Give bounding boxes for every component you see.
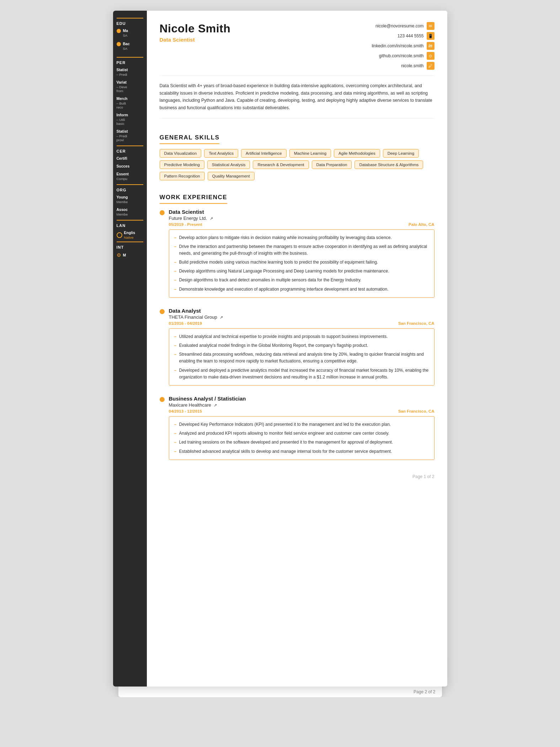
job-bullets-1: Develop action plans to mitigate risks i… [169,229,434,298]
skill-data-preparation: Data Preparation [312,160,352,169]
sidebar-lan-text: Englis Native [124,231,135,239]
header-name-block: Nicole Smith Data Scientist [160,22,231,43]
sidebar-org-item-1: Young Membe [117,195,143,204]
work-item-1: Data Scientist Future Energy Ltd. ↗ 05/2… [160,209,434,298]
email-text: nicole@novoresume.com [375,23,424,28]
bullet-2-1: Utilized analytical and technical expert… [174,332,429,341]
sidebar-edu-list: Ma SA Bac SA [117,28,143,55]
skill-pattern-recognition: Pattern Recognition [160,172,205,180]
sidebar-per-item-5: Statist – Prediprovi [117,129,143,142]
resume-page: EDU Ma SA Bac SA PER [113,11,447,687]
github-icon: ⊙ [427,52,434,60]
work-dot-3 [160,397,165,402]
company-link-2[interactable]: ↗ [220,315,223,319]
page-bg-label: Page 2 of 2 [414,689,435,694]
sidebar-lan-title: LAN [117,220,143,228]
skill-database-structure: Database Structure & Algorithms [354,160,423,169]
work-item-2: Data Analyst THETA Financial Group ↗ 01/… [160,308,434,386]
sidebar-lan-item-1: Englis Native [117,231,143,239]
sidebar: EDU Ma SA Bac SA PER [113,11,147,687]
contact-email: nicole@novoresume.com ✉ [375,22,434,30]
work-dot-2 [160,309,165,314]
phone-icon: 📱 [427,32,434,40]
language-icon [117,232,122,238]
page-number: Page 1 of 2 [160,471,434,479]
email-icon: ✉ [427,22,434,30]
edu-text-2: Bac SA [123,42,130,51]
skill-machine-learning: Machine Learning [289,149,331,158]
contact-linkedin[interactable]: linkedin.com/in/nicole.smith in [372,42,434,50]
contact-github[interactable]: github.com/nicole.smith ⊙ [379,52,434,60]
job-bullets-3: Developed Key Performance Indicators (KP… [169,416,434,460]
page-wrapper: Page 2 of 2 EDU Ma SA Bac SA [113,11,447,687]
sidebar-cer-item-2: Succes [117,164,143,168]
bullet-2-4: Developed and deployed a predictive anal… [174,366,429,382]
contact-block: nicole@novoresume.com ✉ 123 444 5555 📱 l… [372,22,434,70]
sidebar-org-item-2: Assoc Membe [117,207,143,216]
bullet-3-2: Analyzed and produced KPI reports allowi… [174,429,429,438]
sidebar-int-item-1: ⚙ M [117,252,143,258]
skills-section-title: GENERAL SKILLS [160,134,220,144]
sidebar-per-item-1: Statist – Predi [117,68,143,76]
edu-text-1: Ma SA [123,28,128,37]
edu-dot-1 [117,29,121,33]
sidebar-int-title: INT [117,242,143,249]
job-date-row-1: 05/2019 - Present Palo Alto, CA [169,222,434,227]
work-section-title: WORK EXPERIENCE [160,194,228,204]
job-date-row-3: 04/2013 - 12/2015 San Francisco, CA [169,409,434,413]
summary-text: Data Scientist with 4+ years of broad-ba… [160,82,434,118]
linkedin-text: linkedin.com/in/nicole.smith [372,43,423,48]
work-section: WORK EXPERIENCE Data Scientist Future En… [160,186,434,460]
skill-agile-methodologies: Agile Methodologies [334,149,380,158]
github-text: github.com/nicole.smith [379,53,423,58]
bullet-1-3: Build predictive models using various ma… [174,258,429,267]
sidebar-org-title: ORG [117,184,143,192]
company-3: Maxicare Healthcare ↗ [169,402,434,408]
company-link-1[interactable]: ↗ [210,216,213,221]
portfolio-icon: 🖊 [427,62,434,70]
sidebar-cer-list: Certifi Succes Essent Compu [117,156,143,181]
skill-text-analytics: Text Analytics [204,149,238,158]
edu-dot-2 [117,42,121,46]
skill-quality-management: Quality Management [208,172,255,180]
sidebar-per-title: PER [117,57,143,65]
sidebar-cer-item-3: Essent Compu [117,172,143,181]
bullet-1-5: Design algorithms to track and detect an… [174,276,429,285]
sidebar-per-item-2: Variat – Devefrom [117,80,143,93]
linkedin-icon: in [427,42,434,50]
job-title-3: Business Analyst / Statistician [169,396,434,402]
skills-section: GENERAL SKILLS Data Visualization Text A… [160,126,434,180]
sidebar-per-item-3: Merch – Builtreco [117,96,143,109]
company-2: THETA Financial Group ↗ [169,314,434,320]
contact-portfolio[interactable]: nicole.smith 🖊 [401,62,434,70]
bullet-1-4: Develop algorithms using Natural Languag… [174,267,429,276]
resume-header: Nicole Smith Data Scientist nicole@novor… [160,22,434,76]
work-item-3: Business Analyst / Statistician Maxicare… [160,396,434,460]
job-location-3: San Francisco, CA [398,409,434,413]
bullet-3-1: Developed Key Performance Indicators (KP… [174,420,429,429]
candidate-title: Data Scientist [160,37,231,43]
sidebar-per-item-4: Inform – Utilibasic [117,113,143,126]
bullet-1-6: Demonstrate knowledge and execution of a… [174,285,429,294]
sidebar-lan-list: Englis Native [117,231,143,239]
sidebar-org-list: Young Membe Assoc Membe [117,195,143,216]
gear-icon: ⚙ [117,252,121,258]
bullet-2-3: Streamlined data processing workflows, r… [174,350,429,366]
phone-text: 123 444 5555 [398,33,423,38]
job-date-2: 01/2016 - 04/2019 [169,321,202,325]
bullet-3-4: Established advanced analytical skills t… [174,447,429,456]
contact-phone: 123 444 5555 📱 [398,32,434,40]
skill-deep-learning: Deep Learning [383,149,419,158]
company-1: Future Energy Ltd. ↗ [169,216,434,221]
bullet-1-1: Develop action plans to mitigate risks i… [174,233,429,242]
bullet-2-2: Evaluated analytical model findings in t… [174,341,429,350]
bullet-3-3: Led training sessions on the software de… [174,438,429,447]
skill-research-development: Research & Development [253,160,309,169]
job-location-1: Palo Alto, CA [409,222,434,227]
company-link-3[interactable]: ↗ [214,403,217,407]
sidebar-edu-item-2: Bac SA [117,42,130,51]
skills-list: Data Visualization Text Analytics Artifi… [160,149,434,180]
skill-predictive-modeling: Predictive Modeling [160,160,204,169]
sidebar-cer-title: CER [117,145,143,153]
portfolio-text: nicole.smith [401,63,423,68]
